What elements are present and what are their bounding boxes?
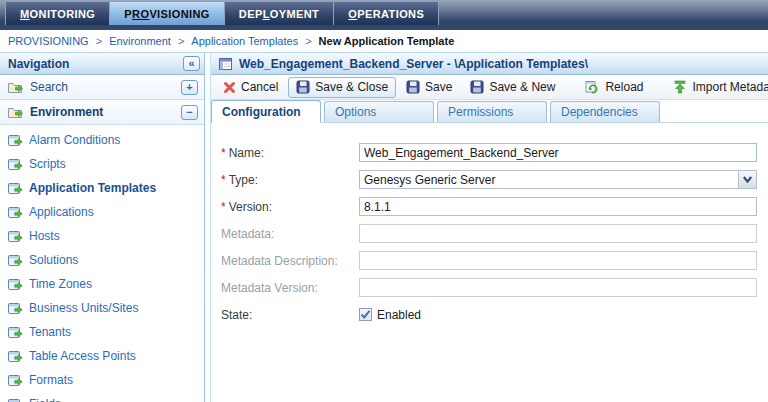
- sidebar-header: Navigation «: [0, 53, 204, 75]
- save-icon: [406, 80, 420, 94]
- reload-button[interactable]: Reload: [577, 77, 651, 98]
- type-label: *Type:: [221, 173, 359, 187]
- sidebar-item-label: Alarm Conditions: [29, 133, 120, 147]
- folder-shortcut-icon: [8, 81, 24, 94]
- tab-strip: Configuration Options Permissions Depend…: [211, 100, 768, 123]
- object-title-bar: Web_Engagement_Backend_Server - \Applica…: [211, 53, 768, 75]
- sidebar-item-hosts[interactable]: Hosts: [0, 224, 204, 248]
- reload-icon: [585, 80, 600, 94]
- cancel-button-label: Cancel: [241, 80, 278, 94]
- tab-dependencies[interactable]: Dependencies: [550, 101, 660, 122]
- breadcrumb-link-provisioning[interactable]: PROVISIONING: [8, 35, 89, 47]
- metadata-version-label: Metadata Version:: [221, 281, 359, 295]
- form-row-version: *Version:: [221, 197, 768, 216]
- window-shortcut-icon: [8, 230, 23, 243]
- breadcrumb-separator: >: [96, 35, 102, 47]
- name-label: *Name:: [221, 146, 359, 160]
- expand-search-button[interactable]: +: [181, 80, 198, 95]
- nav-tab-label: DEPLOYMENT: [239, 8, 319, 20]
- import-metadata-button[interactable]: Import Metadata: [665, 77, 768, 98]
- save-and-new-button[interactable]: Save & New: [462, 77, 563, 98]
- cancel-button[interactable]: Cancel: [215, 77, 286, 98]
- sidebar-title: Navigation: [8, 57, 69, 71]
- sidebar-group-environment[interactable]: Environment −: [0, 100, 204, 125]
- form-row-state: State: Enabled: [221, 305, 768, 324]
- sidebar-item-tenants[interactable]: Tenants: [0, 320, 204, 344]
- type-select-dropdown-button[interactable]: [738, 171, 756, 188]
- name-field[interactable]: [359, 143, 757, 162]
- metadata-version-field[interactable]: [359, 278, 757, 297]
- object-title: Web_Engagement_Backend_Server - \Applica…: [239, 57, 588, 71]
- nav-tab-deployment[interactable]: DEPLOYMENT: [225, 2, 334, 25]
- breadcrumb-current-page: New Application Template: [319, 35, 455, 47]
- window-shortcut-icon: [8, 350, 23, 363]
- application-window-icon: [219, 57, 233, 71]
- type-select-value[interactable]: [360, 171, 738, 188]
- nav-tab-provisioning[interactable]: PROVISIONING: [110, 2, 225, 25]
- sidebar-item-application-templates[interactable]: Application Templates: [0, 176, 204, 200]
- tab-options[interactable]: Options: [324, 101, 434, 122]
- form-row-metadata: Metadata:: [221, 224, 768, 243]
- window-shortcut-icon: [8, 326, 23, 339]
- sidebar-collapse-button[interactable]: «: [183, 56, 200, 71]
- metadata-description-label: Metadata Description:: [221, 254, 359, 268]
- sidebar-item-list: Alarm Conditions Scripts Application Tem…: [0, 125, 204, 402]
- sidebar-item-business-units-sites[interactable]: Business Units/Sites: [0, 296, 204, 320]
- checkmark-icon: [360, 309, 371, 320]
- form-row-type: *Type:: [221, 170, 768, 189]
- window-shortcut-icon: [8, 278, 23, 291]
- toolbar: Cancel Save & Close Save Save & New: [211, 75, 768, 100]
- required-marker: *: [221, 146, 226, 160]
- sidebar-item-alarm-conditions[interactable]: Alarm Conditions: [0, 128, 204, 152]
- form-row-metadata-description: Metadata Description:: [221, 251, 768, 270]
- sidebar-item-solutions[interactable]: Solutions: [0, 248, 204, 272]
- metadata-field[interactable]: [359, 224, 757, 243]
- state-enabled-checkbox[interactable]: [359, 308, 372, 321]
- save-button[interactable]: Save: [398, 77, 460, 98]
- breadcrumb-link-environment[interactable]: Environment: [109, 35, 171, 47]
- main-panel: Web_Engagement_Backend_Server - \Applica…: [210, 53, 768, 402]
- sidebar-group-label: Environment: [30, 105, 103, 119]
- save-and-close-button[interactable]: Save & Close: [288, 77, 396, 98]
- breadcrumb-link-application-templates[interactable]: Application Templates: [191, 35, 298, 47]
- navigation-sidebar: Navigation « Search + Environment − Alar…: [0, 53, 205, 402]
- required-marker: *: [221, 173, 226, 187]
- nav-tab-label: OPERATIONS: [348, 8, 424, 20]
- sidebar-item-formats[interactable]: Formats: [0, 368, 204, 392]
- save-and-new-button-label: Save & New: [489, 80, 555, 94]
- breadcrumb-separator: >: [178, 35, 184, 47]
- metadata-description-field[interactable]: [359, 251, 757, 270]
- sidebar-item-scripts[interactable]: Scripts: [0, 152, 204, 176]
- window-shortcut-icon: [8, 398, 23, 402]
- sidebar-item-applications[interactable]: Applications: [0, 200, 204, 224]
- form-row-name: *Name:: [221, 143, 768, 162]
- save-and-close-button-label: Save & Close: [315, 80, 388, 94]
- top-nav-bar: MONITORING PROVISIONING DEPLOYMENT OPERA…: [0, 0, 768, 30]
- cancel-icon: [223, 81, 236, 94]
- nav-tab-operations[interactable]: OPERATIONS: [334, 2, 439, 25]
- sidebar-group-search[interactable]: Search +: [0, 75, 204, 100]
- version-field[interactable]: [359, 197, 757, 216]
- sidebar-item-label: Tenants: [29, 325, 71, 339]
- save-icon: [296, 80, 310, 94]
- nav-tab-label: MONITORING: [20, 8, 95, 20]
- window-shortcut-icon: [8, 206, 23, 219]
- sidebar-item-label: Fields: [29, 397, 61, 402]
- metadata-label: Metadata:: [221, 227, 359, 241]
- sidebar-item-fields[interactable]: Fields: [0, 392, 204, 402]
- state-enabled-label: Enabled: [377, 308, 421, 322]
- sidebar-item-table-access-points[interactable]: Table Access Points: [0, 344, 204, 368]
- window-shortcut-icon: [8, 374, 23, 387]
- import-metadata-icon: [673, 80, 687, 94]
- window-shortcut-icon: [8, 134, 23, 147]
- nav-tab-monitoring[interactable]: MONITORING: [5, 2, 110, 25]
- required-marker: *: [221, 200, 226, 214]
- sidebar-item-label: Hosts: [29, 229, 60, 243]
- tab-configuration[interactable]: Configuration: [211, 100, 321, 123]
- sidebar-item-time-zones[interactable]: Time Zones: [0, 272, 204, 296]
- save-button-label: Save: [425, 80, 452, 94]
- collapse-environment-button[interactable]: −: [181, 105, 198, 120]
- tab-permissions[interactable]: Permissions: [437, 101, 547, 122]
- type-select[interactable]: [359, 170, 757, 189]
- window-shortcut-icon: [8, 158, 23, 171]
